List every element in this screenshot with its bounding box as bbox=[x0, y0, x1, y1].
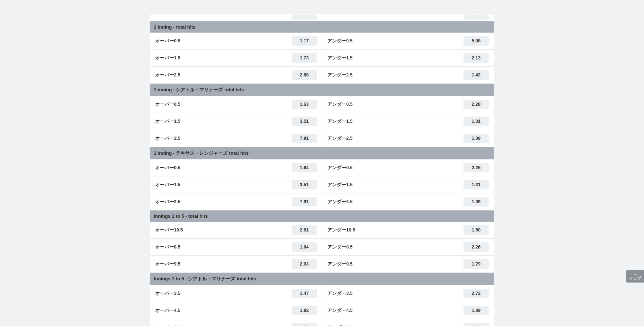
odds-button[interactable]: 2.61 bbox=[292, 225, 317, 235]
odds-button[interactable]: 2.13 bbox=[463, 53, 489, 63]
market-stub-right bbox=[322, 14, 494, 21]
market-cell-under[interactable]: アンダー0.5 2.26 bbox=[322, 159, 494, 176]
market-cell-under[interactable]: アンダー2.5 1.42 bbox=[322, 67, 494, 83]
over-label: オーバー2.5 bbox=[155, 135, 180, 142]
odds-button[interactable]: 1.42 bbox=[463, 70, 489, 80]
market-header[interactable]: 1 inning - シアトル・マリナーズ total hits bbox=[150, 84, 494, 96]
over-label: オーバー10.5 bbox=[155, 227, 183, 233]
scroll-to-top-button[interactable]: ︿ トップ bbox=[626, 270, 644, 283]
market-cell-under[interactable]: アンダー1.5 2.13 bbox=[322, 50, 494, 66]
under-label: アンダー1.5 bbox=[327, 182, 352, 188]
market-cell-over[interactable]: オーバー0.5 1.17 bbox=[150, 33, 322, 49]
odds-button[interactable]: 3.51 bbox=[292, 117, 317, 126]
odds-button[interactable]: 7.91 bbox=[292, 197, 317, 206]
market-cell-under[interactable]: アンダー0.5 2.28 bbox=[322, 96, 494, 113]
odds-button[interactable]: 1.47 bbox=[463, 323, 489, 326]
market-cell-over[interactable]: オーバー2.5 7.91 bbox=[150, 130, 322, 147]
market-cell-under[interactable]: アンダー1.5 1.31 bbox=[322, 113, 494, 130]
market-row: オーバー2.5 7.91 アンダー2.5 1.09 bbox=[150, 193, 494, 210]
odds-button[interactable]: 7.91 bbox=[292, 134, 317, 143]
odds-button[interactable]: 1.09 bbox=[463, 197, 489, 206]
odds-button[interactable]: 1.73 bbox=[292, 53, 317, 63]
odds-button[interactable]: 2.28 bbox=[463, 100, 489, 109]
page-wrap: 1 inning - total hits オーバー0.5 1.17 アンダー0… bbox=[0, 0, 644, 326]
odds-placeholder bbox=[463, 15, 489, 20]
odds-button[interactable]: 1.17 bbox=[292, 36, 317, 46]
odds-button[interactable]: 1.47 bbox=[292, 289, 317, 298]
market-cell-over[interactable]: オーバー4.5 1.92 bbox=[150, 302, 322, 319]
over-label: オーバー2.5 bbox=[155, 199, 180, 205]
market-row: オーバー9.5 2.03 アンダー9.5 1.79 bbox=[150, 256, 494, 273]
scroll-to-top-label: トップ bbox=[629, 276, 641, 280]
under-label: アンダー3.5 bbox=[327, 291, 352, 297]
over-label: オーバー1.5 bbox=[155, 118, 180, 125]
market-header[interactable]: 1 inning - テキサス・レンジャーズ total hits bbox=[150, 147, 494, 159]
market-cell-over[interactable]: オーバー1.5 3.51 bbox=[150, 176, 322, 193]
odds-button[interactable]: 1.64 bbox=[292, 163, 317, 172]
odds-button[interactable]: 1.92 bbox=[292, 306, 317, 315]
odds-button[interactable]: 1.31 bbox=[463, 180, 489, 189]
market-cell-over[interactable]: オーバー8.5 1.64 bbox=[150, 239, 322, 255]
under-label: アンダー2.5 bbox=[327, 72, 352, 78]
under-label: アンダー9.5 bbox=[327, 261, 352, 267]
under-label: アンダー4.5 bbox=[327, 308, 352, 314]
under-label: アンダー1.5 bbox=[327, 55, 352, 61]
market-cell-over[interactable]: オーバー0.5 1.64 bbox=[150, 159, 322, 176]
over-label: オーバー1.5 bbox=[155, 182, 180, 188]
market-cell-under[interactable]: アンダー0.5 5.08 bbox=[322, 33, 494, 49]
market-cell-under[interactable]: アンダー4.5 1.89 bbox=[322, 302, 494, 319]
odds-button[interactable]: 3.51 bbox=[292, 180, 317, 189]
market-cell-under[interactable]: アンダー10.5 1.50 bbox=[322, 222, 494, 238]
market-cell-over[interactable]: オーバー2.5 7.91 bbox=[150, 193, 322, 210]
under-label: アンダー0.5 bbox=[327, 165, 352, 171]
market-cell-under[interactable]: アンダー2.5 1.09 bbox=[322, 193, 494, 210]
market-cell-over[interactable]: オーバー1.5 3.51 bbox=[150, 113, 322, 130]
market-cell-under[interactable]: アンダー2.5 1.09 bbox=[322, 130, 494, 147]
odds-button[interactable]: 1.50 bbox=[463, 225, 489, 235]
chevron-up-icon: ︿ bbox=[634, 272, 637, 276]
odds-button[interactable]: 2.72 bbox=[463, 289, 489, 298]
market-group: Innings 1 to 5 - total hits オーバー10.5 2.6… bbox=[150, 210, 494, 273]
market-cell-over[interactable]: オーバー2.5 2.88 bbox=[150, 67, 322, 83]
market-cell-under[interactable]: アンダー1.5 1.31 bbox=[322, 176, 494, 193]
odds-button[interactable]: 2.26 bbox=[463, 242, 489, 252]
market-row: オーバー3.5 1.47 アンダー3.5 2.72 bbox=[150, 285, 494, 302]
market-group: 1 inning - テキサス・レンジャーズ total hits オーバー0.… bbox=[150, 147, 494, 210]
market-cell-over[interactable]: オーバー5.5 2.73 bbox=[150, 319, 322, 326]
odds-button[interactable]: 2.26 bbox=[463, 163, 489, 172]
market-cell-under[interactable]: アンダー9.5 1.79 bbox=[322, 256, 494, 272]
odds-button[interactable]: 2.73 bbox=[292, 323, 317, 326]
market-cell-under[interactable]: アンダー5.5 1.47 bbox=[322, 319, 494, 326]
odds-button[interactable]: 1.63 bbox=[292, 100, 317, 109]
under-label: アンダー2.5 bbox=[327, 135, 352, 142]
odds-button[interactable]: 1.64 bbox=[292, 242, 317, 252]
under-label: アンダー0.5 bbox=[327, 38, 352, 44]
over-label: オーバー0.5 bbox=[155, 38, 180, 44]
over-label: オーバー5.5 bbox=[155, 325, 180, 326]
market-header[interactable]: 1 inning - total hits bbox=[150, 21, 494, 33]
under-label: アンダー10.5 bbox=[327, 227, 355, 233]
under-label: アンダー1.5 bbox=[327, 118, 352, 125]
market-cell-over[interactable]: オーバー10.5 2.61 bbox=[150, 222, 322, 238]
market-row: オーバー8.5 1.64 アンダー8.5 2.26 bbox=[150, 239, 494, 256]
market-header[interactable]: Innings 1 to 5 - total hits bbox=[150, 210, 494, 222]
market-row-stub bbox=[150, 14, 494, 21]
market-cell-under[interactable]: アンダー3.5 2.72 bbox=[322, 285, 494, 302]
market-row: オーバー0.5 1.17 アンダー0.5 5.08 bbox=[150, 33, 494, 50]
odds-button[interactable]: 1.89 bbox=[463, 306, 489, 315]
market-cell-over[interactable]: オーバー1.5 1.73 bbox=[150, 50, 322, 66]
odds-button[interactable]: 5.08 bbox=[463, 36, 489, 46]
market-cell-over[interactable]: オーバー0.5 1.63 bbox=[150, 96, 322, 113]
market-cell-over[interactable]: オーバー3.5 1.47 bbox=[150, 285, 322, 302]
market-header[interactable]: Innings 1 to 5 - シアトル・マリナーズ total hits bbox=[150, 273, 494, 285]
odds-button[interactable]: 1.31 bbox=[463, 117, 489, 126]
market-cell-under[interactable]: アンダー8.5 2.26 bbox=[322, 239, 494, 255]
odds-button[interactable]: 1.79 bbox=[463, 259, 489, 269]
over-label: オーバー2.5 bbox=[155, 72, 180, 78]
market-cell-over[interactable]: オーバー9.5 2.03 bbox=[150, 256, 322, 272]
odds-button[interactable]: 1.09 bbox=[463, 134, 489, 143]
odds-button[interactable]: 2.03 bbox=[292, 259, 317, 269]
odds-button[interactable]: 2.88 bbox=[292, 70, 317, 80]
market-row: オーバー1.5 3.51 アンダー1.5 1.31 bbox=[150, 113, 494, 130]
market-row: オーバー4.5 1.92 アンダー4.5 1.89 bbox=[150, 302, 494, 319]
